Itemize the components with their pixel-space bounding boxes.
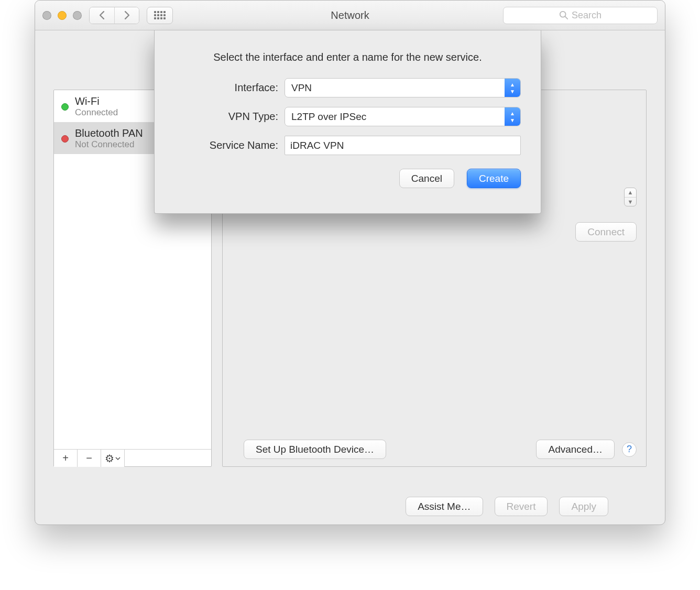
close-window-icon[interactable] bbox=[42, 11, 51, 20]
help-icon: ? bbox=[627, 444, 632, 455]
chevron-down-icon: ▼ bbox=[625, 198, 636, 206]
service-status: Connected bbox=[75, 107, 118, 118]
minus-icon: − bbox=[86, 452, 92, 464]
service-name: Bluetooth PAN bbox=[75, 127, 143, 139]
svg-point-0 bbox=[560, 12, 566, 17]
interface-label: Interface: bbox=[174, 82, 285, 94]
service-status: Not Connected bbox=[75, 139, 143, 150]
select-arrows-icon: ▲▼ bbox=[505, 107, 520, 126]
chevron-up-icon: ▲ bbox=[625, 188, 636, 198]
search-input[interactable]: Search bbox=[503, 7, 658, 24]
service-name-label: Service Name: bbox=[174, 139, 285, 151]
vpn-type-select[interactable]: L2TP over IPSec ▲▼ bbox=[285, 107, 521, 126]
cancel-button[interactable]: Cancel bbox=[399, 169, 454, 188]
service-name: Wi-Fi bbox=[75, 95, 118, 107]
footer: Assist Me… Revert Apply bbox=[35, 497, 665, 516]
vpn-type-value: L2TP over IPSec bbox=[291, 111, 366, 123]
back-button[interactable] bbox=[90, 7, 114, 24]
assist-me-button[interactable]: Assist Me… bbox=[406, 497, 483, 516]
create-button[interactable]: Create bbox=[467, 169, 521, 188]
minimize-window-icon[interactable] bbox=[58, 11, 67, 20]
forward-button[interactable] bbox=[114, 7, 139, 24]
service-name-input[interactable] bbox=[285, 136, 521, 155]
service-actions-button[interactable]: ⚙︎ bbox=[101, 450, 125, 467]
interface-value: VPN bbox=[291, 82, 312, 94]
chevron-down-icon bbox=[115, 456, 121, 461]
window-controls bbox=[42, 11, 82, 20]
status-dot-icon bbox=[61, 103, 69, 111]
show-all-button[interactable] bbox=[147, 7, 173, 24]
remove-service-button[interactable]: − bbox=[78, 450, 101, 467]
connect-button[interactable]: Connect bbox=[575, 222, 637, 242]
advanced-button[interactable]: Advanced… bbox=[536, 440, 615, 459]
search-icon bbox=[559, 10, 568, 20]
zoom-window-icon[interactable] bbox=[73, 11, 82, 20]
new-service-sheet: Select the interface and enter a name fo… bbox=[154, 30, 541, 214]
network-preferences-window: Network Search Wi-Fi Connected bbox=[35, 0, 665, 525]
revert-button[interactable]: Revert bbox=[495, 497, 548, 516]
apply-button[interactable]: Apply bbox=[559, 497, 608, 516]
plus-icon: + bbox=[62, 452, 69, 464]
interface-select[interactable]: VPN ▲▼ bbox=[285, 78, 521, 97]
device-stepper[interactable]: ▲ ▼ bbox=[624, 188, 637, 206]
select-arrows-icon: ▲▼ bbox=[505, 79, 520, 97]
titlebar: Network Search bbox=[35, 1, 665, 30]
sidebar-tools: + − ⚙︎ bbox=[54, 449, 211, 466]
add-service-button[interactable]: + bbox=[54, 450, 78, 467]
nav-segment bbox=[89, 7, 139, 24]
vpn-type-label: VPN Type: bbox=[174, 111, 285, 123]
help-button[interactable]: ? bbox=[622, 442, 637, 457]
gear-icon: ⚙︎ bbox=[105, 452, 114, 465]
setup-bluetooth-button[interactable]: Set Up Bluetooth Device… bbox=[244, 440, 386, 459]
svg-line-1 bbox=[565, 17, 568, 19]
sheet-prompt: Select the interface and enter a name fo… bbox=[174, 51, 521, 63]
grid-icon bbox=[154, 11, 166, 19]
status-dot-icon bbox=[61, 135, 69, 143]
search-placeholder: Search bbox=[572, 10, 601, 21]
